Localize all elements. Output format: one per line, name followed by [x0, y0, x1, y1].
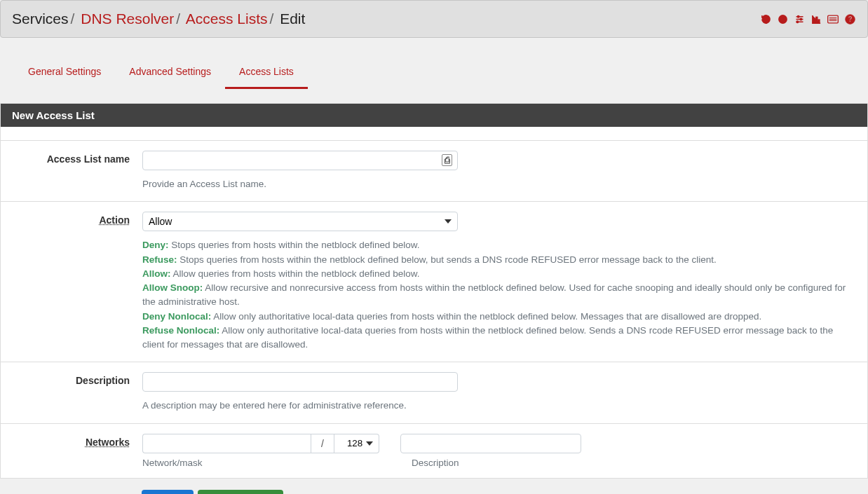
help-icon[interactable]: ?	[843, 13, 856, 25]
sublabel-network-mask: Network/mask	[142, 458, 391, 468]
access-list-name-input[interactable]	[142, 151, 458, 170]
label-name: Access List name	[47, 153, 130, 165]
refresh-icon[interactable]	[759, 13, 772, 25]
svg-text:?: ?	[848, 15, 852, 23]
label-description: Description	[76, 375, 130, 386]
breadcrumb-access-lists[interactable]: Access Lists	[186, 11, 268, 27]
network-description-input[interactable]	[400, 434, 581, 453]
svg-point-7	[796, 21, 799, 23]
tabs: General Settings Advanced Settings Acces…	[0, 59, 868, 89]
help-description: A description may be entered here for ad…	[142, 399, 855, 413]
network-mask-select[interactable]: 128	[334, 434, 379, 453]
row-description: Description A description may be entered…	[1, 362, 867, 423]
breadcrumb-root: Services	[12, 11, 69, 27]
sublabel-description: Description	[412, 458, 459, 468]
breadcrumb: Services/ DNS Resolver/ Access Lists/ Ed…	[12, 11, 305, 27]
svg-point-5	[797, 15, 799, 18]
stop-icon[interactable]	[776, 13, 789, 25]
panel-title: New Access List	[1, 104, 867, 127]
row-networks: Networks / 128 Network/mask Description	[1, 424, 867, 478]
help-name: Provide an Access List name.	[142, 177, 855, 191]
row-name: Access List name ⎙ Provide an Access Lis…	[1, 141, 867, 202]
svg-rect-9	[815, 17, 817, 22]
tab-access-lists[interactable]: Access Lists	[225, 59, 308, 89]
sliders-icon[interactable]	[793, 13, 806, 25]
add-network-button[interactable]: Add Network	[198, 490, 283, 495]
row-action: Action Allow Deny: Stops queries from ho…	[1, 202, 867, 362]
chart-icon[interactable]	[810, 13, 822, 25]
svg-point-6	[800, 18, 802, 20]
description-input[interactable]	[142, 372, 458, 392]
page-header: Services/ DNS Resolver/ Access Lists/ Ed…	[0, 0, 868, 38]
save-button[interactable]: Save	[142, 490, 194, 495]
svg-rect-1	[781, 18, 784, 20]
action-select[interactable]: Allow	[142, 212, 458, 231]
log-icon[interactable]	[827, 13, 839, 25]
label-networks: Networks	[86, 437, 130, 448]
network-address-input[interactable]	[142, 434, 311, 453]
access-list-panel: New Access List Access List name ⎙ Provi…	[0, 103, 868, 479]
contacts-icon[interactable]: ⎙	[442, 154, 452, 166]
tab-general-settings[interactable]: General Settings	[14, 59, 115, 89]
label-action: Action	[99, 214, 130, 226]
help-action: Deny: Stops queries from hosts within th…	[142, 238, 855, 352]
svg-rect-10	[818, 20, 820, 22]
svg-rect-8	[813, 18, 815, 21]
cidr-separator: /	[311, 434, 334, 453]
breadcrumb-current: Edit	[280, 11, 305, 27]
tab-advanced-settings[interactable]: Advanced Settings	[115, 59, 225, 89]
button-row: Save Add Network	[142, 490, 868, 495]
header-action-icons: ?	[759, 13, 856, 25]
breadcrumb-dns-resolver[interactable]: DNS Resolver	[81, 11, 174, 27]
